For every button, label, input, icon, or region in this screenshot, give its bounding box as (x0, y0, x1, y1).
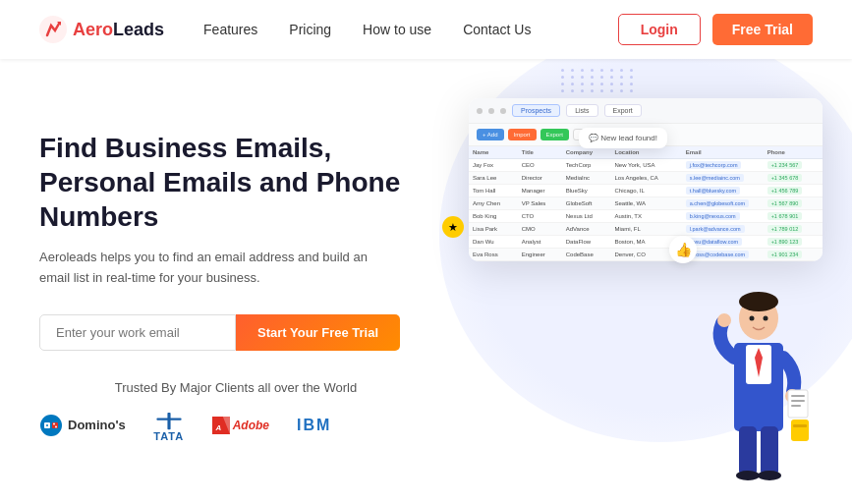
svg-text:A: A (214, 422, 221, 431)
email-input[interactable] (39, 314, 236, 351)
client-adobe: A Adobe (212, 417, 269, 434)
cell-1-0: Sara Lee (469, 172, 518, 185)
cell-0-0: Jay Fox (469, 159, 518, 172)
cell-3-4: a.chen@globesoft.com (682, 197, 764, 210)
svg-rect-23 (791, 405, 801, 407)
cell-5-3: Miami, FL (610, 223, 681, 236)
svg-rect-21 (791, 395, 805, 397)
hero-form: Start Your Free Trial (39, 314, 432, 351)
cell-7-2: CodeBase (562, 249, 611, 261)
cell-4-0: Bob King (469, 210, 518, 223)
svg-point-16 (750, 316, 755, 321)
col-name: Name (469, 146, 518, 159)
cell-1-2: MediaInc (562, 172, 611, 185)
nav-actions: Login Free Trial (618, 14, 813, 45)
cell-2-3: Chicago, IL (610, 185, 681, 197)
svg-point-15 (739, 292, 778, 311)
logo[interactable]: AeroLeads (39, 16, 164, 43)
cell-6-1: Analyst (518, 236, 562, 249)
dash-dot-2 (488, 108, 494, 114)
dominos-icon (39, 414, 63, 437)
svg-rect-4 (52, 422, 58, 428)
cell-5-4: l.park@advance.com (682, 223, 764, 236)
dash-import-button[interactable]: Import (508, 129, 537, 140)
client-tata: TATA (153, 409, 185, 442)
cell-6-2: DataFlow (562, 236, 611, 249)
table-row: Jay FoxCEOTechCorpNew York, USAj.fox@tec… (469, 159, 823, 172)
logo-icon (39, 16, 67, 43)
nav-link-pricing[interactable]: Pricing (289, 22, 331, 37)
chat-bubble: 💬 New lead found! (579, 128, 667, 148)
dash-export-button[interactable]: Export (540, 129, 569, 140)
trusted-section: Trusted By Major Clients all over the Wo… (39, 380, 432, 442)
dash-tab-export[interactable]: Export (604, 104, 642, 117)
svg-rect-24 (739, 426, 757, 476)
table-row: Dan WuAnalystDataFlowBoston, MAd.wu@data… (469, 236, 823, 249)
dominos-label: Domino's (68, 418, 126, 432)
hero-left: Find Business Emails, Personal Emails an… (39, 131, 432, 442)
svg-rect-9 (167, 413, 170, 429)
cell-0-2: TechCorp (562, 159, 611, 172)
nav-link-how-to-use[interactable]: How to use (363, 22, 431, 37)
dash-header: Prospects Lists Export (469, 98, 823, 124)
cell-3-1: VP Sales (518, 197, 562, 210)
star-icon: ★ (448, 221, 458, 234)
login-button[interactable]: Login (618, 14, 701, 45)
svg-rect-25 (761, 426, 778, 476)
hero-title: Find Business Emails, Personal Emails an… (39, 131, 432, 234)
col-title: Title (518, 146, 562, 159)
dash-tab-prospects[interactable]: Prospects (512, 104, 560, 117)
dash-tab-lists[interactable]: Lists (566, 104, 597, 117)
col-email: Email (682, 146, 764, 159)
chat-icon: 💬 (589, 134, 598, 142)
table-row: Sara LeeDirectorMediaIncLos Angeles, CAs… (469, 172, 823, 185)
cell-3-3: Seattle, WA (610, 197, 681, 210)
dash-dot-3 (500, 108, 506, 114)
table-row: Lisa ParkCMOAdVanceMiami, FLl.park@advan… (469, 223, 823, 236)
cell-5-1: CMO (518, 223, 562, 236)
dash-dot-1 (477, 108, 483, 114)
free-trial-nav-button[interactable]: Free Trial (712, 14, 813, 45)
table-row: Amy ChenVP SalesGlobeSoftSeattle, WAa.ch… (469, 197, 823, 210)
cell-6-0: Dan Wu (469, 236, 518, 249)
cell-4-5: +1 678 901 (764, 210, 823, 223)
cell-1-4: s.lee@mediainc.com (682, 172, 764, 185)
hero-section: Find Business Emails, Personal Emails an… (0, 59, 852, 504)
like-icon: 👍 (675, 242, 692, 257)
cell-5-0: Lisa Park (469, 223, 518, 236)
navbar: AeroLeads Features Pricing How to use Co… (0, 0, 852, 59)
cell-0-5: +1 234 567 (764, 159, 823, 172)
nav-link-contact[interactable]: Contact Us (463, 22, 531, 37)
cell-5-2: AdVance (562, 223, 611, 236)
table-row: Tom HallManagerBlueSkyChicago, ILt.hall@… (469, 185, 823, 197)
svg-point-17 (764, 316, 768, 321)
cell-2-4: t.hall@bluesky.com (682, 185, 764, 197)
logo-text: AeroLeads (73, 20, 164, 40)
cell-2-2: BlueSky (562, 185, 611, 197)
start-trial-button[interactable]: Start Your Free Trial (236, 314, 400, 351)
cell-0-1: CEO (518, 159, 562, 172)
nav-links: Features Pricing How to use Contact Us (203, 22, 618, 37)
trusted-title: Trusted By Major Clients all over the Wo… (39, 380, 432, 395)
nav-link-features[interactable]: Features (203, 22, 257, 37)
svg-point-7 (55, 425, 57, 427)
dash-add-button[interactable]: + Add (477, 129, 504, 140)
svg-rect-28 (791, 420, 809, 441)
cell-4-2: Nexus Ltd (562, 210, 611, 223)
cell-4-3: Austin, TX (610, 210, 681, 223)
cell-4-4: b.king@nexus.com (682, 210, 764, 223)
cell-0-4: j.fox@techcorp.com (682, 159, 764, 172)
cell-4-1: CTO (518, 210, 562, 223)
svg-point-2 (40, 415, 62, 436)
cell-3-5: +1 567 890 (764, 197, 823, 210)
person-illustration (705, 264, 813, 484)
cell-5-5: +1 789 012 (764, 223, 823, 236)
dashboard-mockup: Prospects Lists Export + Add Import Expo… (469, 98, 823, 261)
svg-rect-22 (791, 400, 805, 402)
cell-3-2: GlobeSoft (562, 197, 611, 210)
dash-table: Name Title Company Location Email Phone … (469, 146, 823, 261)
svg-point-5 (46, 424, 48, 426)
cell-2-0: Tom Hall (469, 185, 518, 197)
tata-logo-svg (153, 409, 185, 430)
svg-point-18 (717, 313, 731, 327)
